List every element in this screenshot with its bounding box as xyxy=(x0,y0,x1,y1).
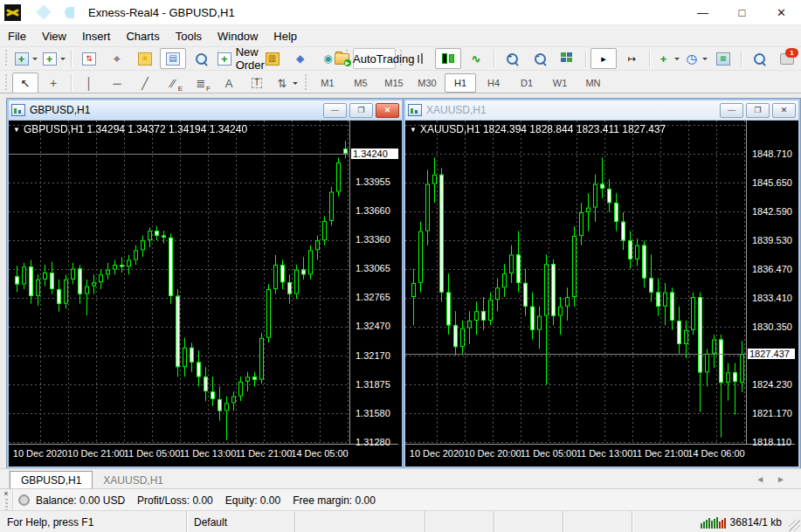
candlestick-canvas[interactable] xyxy=(9,121,349,444)
periods-icon: ◷ xyxy=(684,52,700,66)
text-button[interactable]: A xyxy=(216,73,242,93)
timeframe-w1[interactable]: W1 xyxy=(544,73,576,93)
cursor-button[interactable]: ↖ xyxy=(12,73,38,93)
chart-shift-button[interactable]: ↦ xyxy=(618,48,645,69)
strategy-tester-button[interactable] xyxy=(188,48,214,69)
price-axis-label: 1842.590 xyxy=(752,206,792,217)
channel-button[interactable]: ∕∕E xyxy=(160,73,186,93)
terminal-close-icon[interactable]: × xyxy=(3,490,8,497)
chart-window-titlebar[interactable]: XAUUSD,H1—❐✕ xyxy=(405,100,798,121)
new-order-button[interactable]: +New Order xyxy=(224,48,258,69)
maximize-button[interactable]: □ xyxy=(722,0,762,24)
navigator-button[interactable]: ★ xyxy=(132,48,158,69)
chart-minimize-button[interactable]: — xyxy=(720,103,743,118)
chart-restore-button[interactable]: ❐ xyxy=(746,103,770,118)
toolbar-drag-handle[interactable] xyxy=(304,74,308,92)
chart-workspace: GBPUSD,H1—❐✕▼GBPUSD,H1 1.34294 1.34372 1… xyxy=(0,93,801,469)
menu-tools[interactable]: Tools xyxy=(168,27,210,45)
timeframe-mn[interactable]: MN xyxy=(577,73,609,93)
dropdown-caret-icon[interactable] xyxy=(702,58,708,63)
terminal-drag-handle[interactable] xyxy=(5,499,8,511)
tab-xauusd-h1[interactable]: XAUUSD,H1 xyxy=(93,472,174,489)
status-cell xyxy=(425,511,494,532)
toolbar-separator xyxy=(741,50,742,67)
chart-window-gbpusd[interactable]: GBPUSD,H1—❐✕▼GBPUSD,H1 1.34294 1.34372 1… xyxy=(7,99,404,468)
dropdown-caret-icon[interactable] xyxy=(674,58,680,63)
trendline-button[interactable]: ╱ xyxy=(132,73,158,93)
bar-chart-button[interactable] xyxy=(407,48,433,69)
price-axis: 1848.7101845.6501842.5901839.5301836.470… xyxy=(746,121,795,444)
chart-window-xauusd[interactable]: XAUUSD,H1—❐✕▼XAUUSD,H1 1824.394 1828.844… xyxy=(404,99,800,468)
chart-restore-button[interactable]: ❐ xyxy=(349,103,373,118)
dropdown-caret-icon[interactable] xyxy=(293,82,298,87)
status-cell xyxy=(295,511,425,532)
chart-close-button[interactable]: ✕ xyxy=(772,103,796,118)
minimize-button[interactable]: — xyxy=(683,0,722,24)
new-chart-button[interactable]: + xyxy=(12,48,38,69)
timeframe-m1[interactable]: M1 xyxy=(312,73,343,93)
menu-window[interactable]: Window xyxy=(210,27,266,45)
zoom-in-button[interactable]: + xyxy=(499,48,525,69)
timeframe-m5[interactable]: M5 xyxy=(345,73,376,93)
menu-insert[interactable]: Insert xyxy=(74,27,119,45)
neworder-icon: + xyxy=(217,52,232,66)
indicators-button[interactable]: + xyxy=(654,48,680,69)
menu-charts[interactable]: Charts xyxy=(118,27,167,45)
traffic-bars-icon xyxy=(701,516,726,529)
timeframe-m15[interactable]: M15 xyxy=(378,73,410,93)
chart-window-titlebar[interactable]: GBPUSD,H1—❐✕ xyxy=(9,100,402,121)
timeframe-d1[interactable]: D1 xyxy=(511,73,542,93)
timeframe-h4[interactable]: H4 xyxy=(478,73,509,93)
tab-gbpusd-h1[interactable]: GBPUSD,H1 xyxy=(10,471,93,489)
metaeditor-icon: ▥ xyxy=(265,52,280,66)
vertical-line-button[interactable]: │ xyxy=(76,73,102,93)
timeframe-m30[interactable]: M30 xyxy=(411,73,443,93)
toolbar-drag-handle[interactable] xyxy=(4,50,9,67)
toolbar-separator xyxy=(71,50,72,67)
tab-scroll-right-icon[interactable]: ► xyxy=(777,474,785,484)
crosshair-button[interactable]: + xyxy=(40,73,66,93)
menu-view[interactable]: View xyxy=(34,27,74,45)
chart-close-button[interactable]: ✕ xyxy=(376,103,399,118)
arrows-button[interactable]: ⇅ xyxy=(272,73,300,93)
close-button[interactable]: ✕ xyxy=(762,0,801,24)
menu-help[interactable]: Help xyxy=(266,27,305,45)
chart-client-area[interactable]: ▼XAUUSD,H1 1824.394 1828.844 1823.411 18… xyxy=(405,121,795,464)
price-axis-label: 1830.350 xyxy=(752,321,792,332)
chart-minimize-button[interactable]: — xyxy=(323,103,347,118)
notification-badge: 1 xyxy=(785,48,798,58)
candlestick-button[interactable] xyxy=(435,48,461,69)
fibonacci-button[interactable]: ≣F xyxy=(188,73,214,93)
line-chart-button[interactable]: ∿ xyxy=(463,48,489,69)
autotrading-button[interactable]: ▶AutoTrading xyxy=(353,48,396,69)
tile-windows-button[interactable] xyxy=(555,48,581,69)
timeframe-h1[interactable]: H1 xyxy=(445,73,476,93)
dropdown-caret-icon[interactable] xyxy=(32,58,38,63)
glyph-icon: ∕∕E xyxy=(165,76,181,90)
zoom-out-button[interactable]: − xyxy=(527,48,553,69)
price-axis-label: 1845.650 xyxy=(752,177,792,188)
data-window-button[interactable]: ⌖ xyxy=(104,48,130,69)
auto-scroll-button[interactable]: ▸ xyxy=(590,48,617,69)
horizontal-line-button[interactable]: ─ xyxy=(104,73,130,93)
app-title: Exness-Real4 - GBPUSD,H1 xyxy=(88,6,235,19)
resize-grip[interactable] xyxy=(789,520,800,531)
profiles-button[interactable]: + xyxy=(40,48,66,69)
tab-scroll-left-icon[interactable]: ◄ xyxy=(756,474,764,484)
terminal-button[interactable]: ▤ xyxy=(160,48,186,69)
search-button[interactable] xyxy=(746,48,772,69)
toolbar-drag-handle[interactable] xyxy=(4,74,9,92)
market-button[interactable]: ◆ xyxy=(287,48,314,69)
autotrading-icon: ▶ xyxy=(334,52,349,66)
text-label-button[interactable]: T xyxy=(244,73,270,93)
notifications-button[interactable]: 1 xyxy=(774,48,800,69)
periods-button[interactable]: ◷ xyxy=(682,48,708,69)
market-watch-button[interactable]: ⇅ xyxy=(76,48,102,69)
menu-file[interactable]: File xyxy=(0,27,34,45)
metaeditor-button[interactable]: ▥ xyxy=(259,48,286,69)
time-axis: 10 Dec 202010 Dec 21:0011 Dec 05:0011 De… xyxy=(9,444,398,464)
chart-client-area[interactable]: ▼GBPUSD,H1 1.34294 1.34372 1.34194 1.342… xyxy=(9,121,398,464)
dropdown-caret-icon[interactable] xyxy=(60,58,66,63)
candlestick-canvas[interactable] xyxy=(405,121,746,444)
templates-button[interactable]: ▦ xyxy=(710,48,736,69)
